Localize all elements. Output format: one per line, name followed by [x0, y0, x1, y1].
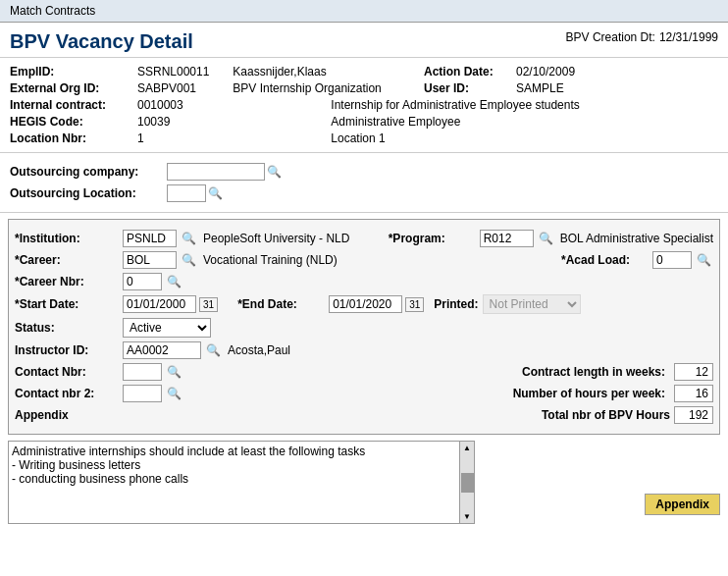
start-date-label: *Start Date:: [15, 297, 123, 311]
program-label: *Program:: [389, 232, 477, 245]
action-date-label: Action Date:: [424, 65, 512, 79]
start-date-calendar-icon[interactable]: 31: [199, 297, 218, 312]
printed-label: Printed:: [434, 297, 478, 311]
institution-input[interactable]: [123, 230, 177, 247]
hours-per-week-input[interactable]: [674, 385, 713, 402]
name-value: Kaassnijder,Klaas: [233, 65, 424, 79]
career-search-icon[interactable]: 🔍: [180, 253, 198, 267]
info-section: EmplID: SSRNL00011 Kaassnijder,Klaas Act…: [0, 58, 728, 153]
career-label: *Career:: [15, 253, 123, 267]
end-date-calendar-icon[interactable]: 31: [405, 297, 424, 312]
contact-search-icon[interactable]: 🔍: [165, 365, 183, 379]
instructor-name: Acosta,Paul: [228, 343, 290, 357]
career-input[interactable]: [123, 251, 177, 269]
external-org-value: SABPV001: [137, 81, 233, 95]
external-org-label: External Org ID:: [10, 81, 137, 95]
appendix-button[interactable]: Appendix: [645, 494, 720, 515]
hegis-name: Administrative Employee: [331, 115, 718, 129]
program-input[interactable]: [480, 230, 534, 247]
institution-name: PeopleSoft University - NLD: [203, 232, 349, 245]
outsourcing-company-label: Outsourcing company:: [10, 165, 167, 179]
outsourcing-company-input[interactable]: [167, 163, 265, 181]
location-value: 1: [137, 131, 331, 145]
program-name: BOL Administrative Specialist: [560, 232, 713, 245]
printed-dropdown[interactable]: Not Printed: [483, 294, 581, 314]
contract-length-label: Contract length in weeks:: [522, 365, 665, 379]
action-date-value: 02/10/2009: [516, 65, 575, 79]
status-dropdown[interactable]: ActiveInactive: [123, 318, 211, 338]
outsourcing-company-search-icon[interactable]: 🔍: [265, 165, 284, 179]
institution-label: *Institution:: [15, 232, 123, 245]
contact2-search-icon[interactable]: 🔍: [165, 387, 183, 400]
institution-search-icon[interactable]: 🔍: [180, 232, 198, 245]
bpv-creation-label: BPV Creation Dt:: [566, 30, 655, 44]
program-search-icon[interactable]: 🔍: [537, 232, 555, 245]
start-date-input[interactable]: [123, 295, 196, 313]
hegis-label: HEGIS Code:: [10, 115, 137, 129]
contact2-input[interactable]: [123, 385, 162, 402]
hours-per-week-label: Number of hours per week:: [513, 387, 665, 400]
career-nbr-label: *Career Nbr:: [15, 275, 123, 288]
empl-id-value: SSRNL00011: [137, 65, 233, 79]
acad-load-input[interactable]: [652, 251, 692, 269]
instructor-input[interactable]: [123, 341, 201, 359]
external-org-name: BPV Internship Organization: [233, 81, 424, 95]
status-label: Status:: [15, 321, 123, 335]
appendix-textarea[interactable]: Administrative internships should includ…: [9, 442, 474, 520]
main-form: *Institution: 🔍 PeopleSoft University - …: [8, 219, 720, 435]
bpv-creation-value: 12/31/1999: [659, 30, 718, 44]
bpv-creation-info: BPV Creation Dt: 12/31/1999: [566, 30, 718, 44]
internal-contract-name: Internship for Administrative Employee s…: [331, 98, 718, 112]
total-bpv-label: Total nbr of BPV Hours: [542, 408, 670, 422]
instructor-label: Instructor ID:: [15, 343, 123, 357]
career-name: Vocational Training (NLD): [203, 253, 338, 267]
textarea-container: Administrative internships should includ…: [8, 441, 475, 524]
page-title: BPV Vacancy Detail: [10, 30, 193, 53]
appendix-label: Appendix: [15, 408, 123, 422]
user-id-label: User ID:: [424, 81, 512, 95]
acad-load-label: *Acad Load:: [561, 253, 650, 267]
bottom-section: Administrative internships should includ…: [8, 441, 720, 524]
end-date-input[interactable]: [329, 295, 402, 313]
breadcrumb: Match Contracts: [0, 0, 728, 23]
location-label: Location Nbr:: [10, 131, 137, 145]
career-nbr-search-icon[interactable]: 🔍: [165, 275, 183, 288]
acad-load-search-icon[interactable]: 🔍: [695, 253, 713, 267]
internal-contract-value: 0010003: [137, 98, 331, 112]
location-name: Location 1: [331, 131, 718, 145]
hegis-value: 10039: [137, 115, 331, 129]
total-bpv-value: 192: [674, 406, 713, 424]
outsourcing-section: Outsourcing company: 🔍 Outsourcing Locat…: [0, 153, 728, 213]
career-nbr-input[interactable]: [123, 273, 162, 290]
end-date-label: *End Date:: [237, 297, 326, 311]
contract-length-input[interactable]: [674, 363, 713, 381]
contact-input[interactable]: [123, 363, 162, 381]
outsourcing-location-label: Outsourcing Location:: [10, 186, 167, 200]
internal-contract-label: Internal contract:: [10, 98, 137, 112]
contact-label: Contact Nbr:: [15, 365, 123, 379]
right-panel: Appendix: [485, 441, 720, 515]
empl-id-label: EmplID:: [10, 65, 137, 79]
outsourcing-location-search-icon[interactable]: 🔍: [206, 186, 225, 200]
outsourcing-location-input[interactable]: [167, 184, 206, 202]
instructor-search-icon[interactable]: 🔍: [204, 343, 223, 357]
contact2-label: Contact nbr 2:: [15, 387, 123, 400]
user-id-value: SAMPLE: [516, 81, 564, 95]
title-bar: BPV Vacancy Detail BPV Creation Dt: 12/3…: [0, 23, 728, 58]
scrollbar[interactable]: ▲ ▼: [459, 442, 474, 523]
